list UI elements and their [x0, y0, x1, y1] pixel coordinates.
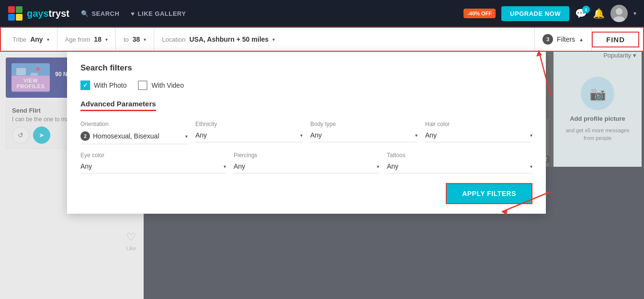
body-type-select[interactable]: Any ▾: [310, 131, 418, 142]
orientation-label: Orientation: [80, 121, 188, 127]
piercings-param: Piercings Any ▾: [234, 152, 379, 173]
hair-color-value: Any: [425, 131, 527, 139]
with-photo-label: With Photo: [94, 81, 126, 89]
orientation-arrow: ▾: [185, 134, 188, 139]
location-value: USA, Ashburn + 50 miles: [190, 35, 269, 43]
svg-rect-0: [8, 6, 15, 13]
hair-color-param: Hair color Any ▾: [425, 121, 532, 144]
ethnicity-label: Ethnicity: [195, 121, 303, 127]
header-right: -40% OFF UPGRADE NOW 💬 1 🔔 ▾: [463, 5, 636, 22]
avatar-image: [610, 5, 628, 22]
eye-color-value: Any: [80, 162, 221, 170]
eye-color-arrow: ▾: [224, 164, 226, 169]
messages-button[interactable]: 💬 1: [575, 8, 587, 19]
logo-icon: [8, 6, 23, 21]
piercings-value: Any: [234, 162, 374, 170]
logo[interactable]: gaystryst: [8, 6, 69, 21]
location-label: Location: [162, 36, 185, 43]
tribe-label: Tribe: [12, 36, 26, 43]
age-from-label: Age from: [65, 36, 90, 43]
svg-rect-2: [8, 14, 15, 21]
ethnicity-select[interactable]: Any ▾: [195, 131, 303, 142]
age-to-filter[interactable]: to 38 ▾: [116, 28, 154, 51]
age-from-arrow: ▾: [105, 37, 108, 42]
params-grid2: Eye color Any ▾ Piercings Any ▾ Tattoos …: [80, 152, 532, 173]
notifications-button[interactable]: 🔔: [593, 8, 605, 19]
orientation-value: Homosexual, Bisexual: [93, 132, 182, 140]
apply-btn-row: APPLY FILTERS: [80, 183, 532, 204]
hair-color-arrow: ▾: [530, 133, 532, 138]
ethnicity-arrow: ▾: [300, 133, 303, 138]
ethnicity-value: Any: [195, 131, 297, 139]
search-bar: Tribe Any ▾ Age from 18 ▾ to 38 ▾ Locati…: [0, 27, 644, 52]
discount-badge: -40% OFF: [463, 9, 496, 18]
with-video-label: With Video: [151, 81, 183, 89]
age-from-filter[interactable]: Age from 18 ▾: [57, 28, 116, 51]
hair-color-select[interactable]: Any ▾: [425, 131, 532, 142]
header: gaystryst 🔍 SEARCH ♥ LIKE GALLERY -40% O…: [0, 0, 644, 27]
avatar[interactable]: [610, 5, 628, 22]
orientation-select[interactable]: 2 Homosexual, Bisexual ▾: [80, 131, 188, 144]
age-to-value: 38: [133, 35, 140, 43]
age-from-value: 18: [94, 35, 102, 43]
body-type-value: Any: [310, 131, 412, 139]
tattoos-arrow: ▾: [530, 164, 532, 169]
nav-search[interactable]: 🔍 SEARCH: [81, 10, 119, 17]
eye-color-select[interactable]: Any ▾: [80, 162, 226, 173]
checkbox-row: ✓ With Photo With Video: [80, 80, 532, 90]
piercings-arrow: ▾: [377, 164, 379, 169]
filters-arrow: ▲: [579, 37, 584, 42]
avatar-arrow[interactable]: ▾: [633, 10, 636, 17]
piercings-select[interactable]: Any ▾: [234, 162, 379, 173]
tribe-arrow: ▾: [47, 37, 49, 42]
age-to-arrow: ▾: [144, 37, 146, 42]
search-icon: 🔍: [81, 10, 89, 17]
filters-count: 3: [542, 34, 553, 45]
orientation-param: Orientation 2 Homosexual, Bisexual ▾: [80, 121, 188, 144]
location-filter[interactable]: Location USA, Ashburn + 50 miles ▾: [154, 28, 535, 51]
logo-text: gaystryst: [27, 8, 69, 19]
hair-color-label: Hair color: [425, 121, 532, 127]
svg-rect-3: [16, 14, 23, 21]
svg-point-5: [616, 8, 622, 15]
eye-color-param: Eye color Any ▾: [80, 152, 226, 173]
params-grid: Orientation 2 Homosexual, Bisexual ▾ Eth…: [80, 121, 532, 144]
filters-button[interactable]: 3 Filters ▲: [535, 28, 592, 51]
orientation-badge: 2: [80, 131, 90, 141]
tattoos-param: Tattoos Any ▾: [387, 152, 532, 173]
with-video-check-icon: [138, 80, 147, 90]
with-photo-check-icon: ✓: [80, 80, 90, 90]
ethnicity-param: Ethnicity Any ▾: [195, 121, 303, 144]
body-type-param: Body type Any ▾: [310, 121, 418, 144]
body-type-label: Body type: [310, 121, 418, 127]
with-video-checkbox[interactable]: With Video: [138, 80, 183, 90]
apply-filters-button[interactable]: APPLY FILTERS: [446, 183, 532, 204]
tribe-value: Any: [30, 35, 43, 43]
panel-title: Search filters: [80, 63, 532, 73]
location-arrow: ▾: [272, 37, 275, 42]
tribe-filter[interactable]: Tribe Any ▾: [5, 28, 57, 51]
heart-icon: ♥: [131, 10, 135, 17]
nav-like-gallery[interactable]: ♥ LIKE GALLERY: [131, 10, 186, 17]
with-photo-checkbox[interactable]: ✓ With Photo: [80, 80, 126, 90]
messages-badge: 1: [582, 6, 590, 13]
tattoos-label: Tattoos: [387, 152, 532, 159]
body-type-arrow: ▾: [415, 133, 418, 138]
upgrade-button[interactable]: UPGRADE NOW: [501, 6, 569, 21]
eye-color-label: Eye color: [80, 152, 226, 159]
find-button[interactable]: FIND: [592, 32, 639, 47]
piercings-label: Piercings: [234, 152, 379, 159]
advanced-params-title: Advanced Parameters: [80, 100, 156, 111]
tattoos-value: Any: [387, 162, 527, 170]
filters-label: Filters: [557, 35, 575, 43]
age-to-label: to: [124, 36, 129, 43]
svg-rect-1: [16, 6, 23, 13]
tattoos-select[interactable]: Any ▾: [387, 162, 532, 173]
filter-panel: Search filters ✓ With Photo With Video A…: [67, 52, 546, 214]
